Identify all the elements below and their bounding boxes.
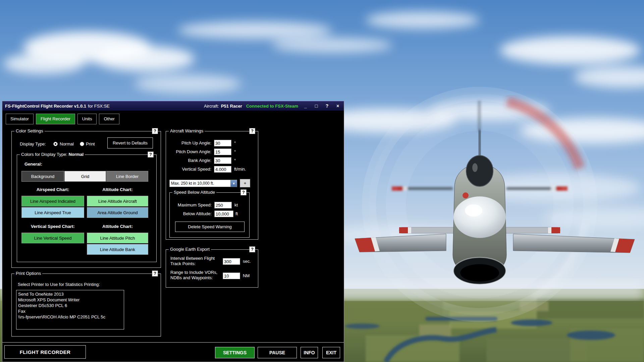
exit-button[interactable]: EXIT <box>322 347 340 358</box>
printer-list-item[interactable]: Fax <box>18 308 122 314</box>
google-earth-export-group: Google Earth Export ? Interval Between F… <box>166 249 258 288</box>
tab-simulator[interactable]: Simulator <box>6 114 34 124</box>
delete-speed-warning-button[interactable]: Delete Speed Warning <box>175 222 245 232</box>
color-background-button[interactable]: Background <box>21 171 64 182</box>
radio-print-label[interactable]: Print <box>86 141 95 146</box>
color-settings-group: Color Settings ? Display Type: Normal Pr… <box>11 131 161 268</box>
color-settings-help-icon[interactable]: ? <box>152 128 158 134</box>
below-altitude-unit: ft <box>235 211 238 216</box>
titlebar: FS-FlightControl Flight Recorder v1.0.1 … <box>2 101 344 111</box>
google-earth-export-title: Google Earth Export <box>169 247 211 252</box>
radio-display-normal[interactable] <box>53 142 58 146</box>
interval-unit: sec. <box>243 259 251 264</box>
aircraft-warnings-help-icon[interactable]: ? <box>249 128 255 134</box>
tab-other[interactable]: Other <box>99 114 119 124</box>
color-line-attitude-pitch-button[interactable]: Line Attitude Pitch <box>87 233 148 243</box>
range-label: Range to Include VORs, NDBs and Waypoint… <box>170 270 221 281</box>
info-button[interactable]: INFO <box>301 347 318 358</box>
printer-list-item[interactable]: Microsoft XPS Document Writer <box>18 297 122 303</box>
attitude-chart-label: Attitude Chart: <box>87 224 148 229</box>
color-area-altitude-ground-button[interactable]: Area Altitude Ground <box>87 207 148 218</box>
colors-group-help-icon[interactable]: ? <box>148 152 154 158</box>
pause-button[interactable]: PAUSE <box>258 347 297 358</box>
vertical-speed-unit: ft/min. <box>234 167 246 172</box>
color-grid-button[interactable]: Grid <box>64 171 106 182</box>
aircraft-warnings-group: Aircraft Warnings ? Pitch Up Angle: ° Pi… <box>166 131 258 240</box>
below-altitude-input[interactable] <box>214 210 233 217</box>
altitude-chart-label: Altitude Chart: <box>87 187 148 192</box>
window-title: FS-FlightControl Flight Recorder v1.0.1 <box>5 104 86 109</box>
titlebar-right: Aircraft: P51 Racer Connected to FSX-Ste… <box>204 103 341 109</box>
window-help-button[interactable]: ? <box>324 103 330 109</box>
revert-to-defaults-button[interactable]: Revert to Defaults <box>107 137 153 148</box>
tab-flight-recorder[interactable]: Flight Recorder <box>36 114 75 124</box>
chevron-down-icon[interactable]: ▾ <box>230 180 237 187</box>
pitch-down-angle-label: Pitch Down Angle: <box>166 149 211 154</box>
maximum-speed-label: Maximum Speed: <box>170 202 212 207</box>
speed-warning-select-value: Max. 250 kt in 10,000 ft. <box>170 181 230 186</box>
range-input[interactable] <box>223 273 240 279</box>
colors-for-display-type-group: Colors for Display Type: Normal ? Genera… <box>17 155 157 262</box>
connection-status: Connected to FSX-Steam <box>246 104 298 109</box>
color-line-attitude-bank-button[interactable]: Line Attitude Bank <box>87 244 148 255</box>
maximize-button[interactable]: □ <box>313 103 320 109</box>
colors-group-title-value: Normal <box>68 152 84 157</box>
print-options-title: Print Options <box>14 271 42 276</box>
printer-list[interactable]: Send To OneNote 2013 Microsoft XPS Docum… <box>16 290 124 329</box>
flight-recorder-window: FS-FlightControl Flight Recorder v1.0.1 … <box>2 101 344 362</box>
color-line-vertical-speed-button[interactable]: Line Vertical Speed <box>21 233 84 243</box>
vertical-speed-input[interactable] <box>214 166 231 173</box>
printer-list-item[interactable]: \\rs-fpserver\RICOH Aficio MP C2051 PCL … <box>18 314 122 320</box>
print-options-group: Print Options ? Select Printer to Use fo… <box>11 274 161 337</box>
tab-units[interactable]: Units <box>77 114 97 124</box>
colors-for-display-type-title: Colors for Display Type: Normal <box>20 152 85 157</box>
printer-list-item[interactable]: Send To OneNote 2013 <box>18 291 122 297</box>
pitch-up-angle-unit: ° <box>234 140 236 145</box>
vertical-speed-label: Vertical Speed: <box>166 167 211 172</box>
pitch-up-angle-label: Pitch Up Angle: <box>166 140 211 145</box>
aircraft-warnings-title: Aircraft Warnings <box>169 128 205 133</box>
settings-button[interactable]: SETTINGS <box>215 347 255 358</box>
display-type-label: Display Type: <box>20 141 46 146</box>
vertical-speed-chart-label: Vertical Speed Chart: <box>21 224 84 229</box>
general-label: General: <box>24 162 42 167</box>
select-printer-label: Select Printer to Use for Statistics Pri… <box>18 282 100 287</box>
printer-list-item[interactable]: Gestetner DSc530 PCL 6 <box>18 303 122 308</box>
speed-below-altitude-title: Speed Below Altitude <box>172 190 216 195</box>
tabbar: Simulator Flight Recorder Units Other <box>6 114 119 124</box>
radio-display-print[interactable] <box>80 142 84 146</box>
pitch-down-angle-input[interactable] <box>214 148 231 155</box>
bank-angle-label: Bank Angle: <box>166 158 211 163</box>
window-title-suffix: for FSX:SE <box>88 104 110 109</box>
pitch-down-angle-unit: ° <box>234 149 236 154</box>
google-earth-help-icon[interactable]: ? <box>249 246 255 252</box>
aircraft-value: P51 Racer <box>221 104 242 109</box>
maximum-speed-unit: kt <box>234 202 238 207</box>
bank-angle-unit: ° <box>234 158 236 163</box>
color-settings-title: Color Settings <box>14 128 45 133</box>
color-line-altitude-aircraft-button[interactable]: Line Altitude Aircraft <box>87 196 148 206</box>
bank-angle-input[interactable] <box>214 157 231 164</box>
interval-input[interactable] <box>223 258 240 265</box>
minimize-button[interactable]: _ <box>302 103 309 109</box>
colors-group-title-text: Colors for Display Type: <box>21 152 67 157</box>
print-options-help-icon[interactable]: ? <box>152 270 158 277</box>
aircraft-label: Aircraft: <box>204 104 219 109</box>
close-button[interactable]: × <box>334 103 341 109</box>
speed-warning-select[interactable]: Max. 250 kt in 10,000 ft. ▾ <box>169 180 237 187</box>
color-line-airspeed-true-button[interactable]: Line Airspeed True <box>21 207 84 218</box>
color-line-border-button[interactable]: Line Border <box>106 171 148 182</box>
speed-below-altitude-help-icon[interactable]: ? <box>240 189 247 195</box>
flight-recorder-button[interactable]: FLIGHT RECORDER <box>4 345 86 359</box>
color-line-airspeed-indicated-button[interactable]: Line Airspeed Indicated <box>21 196 84 206</box>
speed-below-altitude-group: Speed Below Altitude ? Maximum Speed: kt… <box>169 192 250 238</box>
pitch-up-angle-input[interactable] <box>214 140 231 146</box>
maximum-speed-input[interactable] <box>214 202 232 208</box>
range-unit: NM <box>243 273 250 278</box>
interval-label: Interval Between Flight Track Points: <box>170 256 221 266</box>
add-speed-warning-button[interactable]: + <box>240 179 250 187</box>
footer-bar: FLIGHT RECORDER SETTINGS PAUSE INFO EXIT <box>2 342 344 362</box>
airspeed-chart-label: Airspeed Chart: <box>21 187 84 192</box>
radio-normal-label[interactable]: Normal <box>60 141 74 146</box>
below-altitude-label: Below Altitude: <box>170 211 212 216</box>
